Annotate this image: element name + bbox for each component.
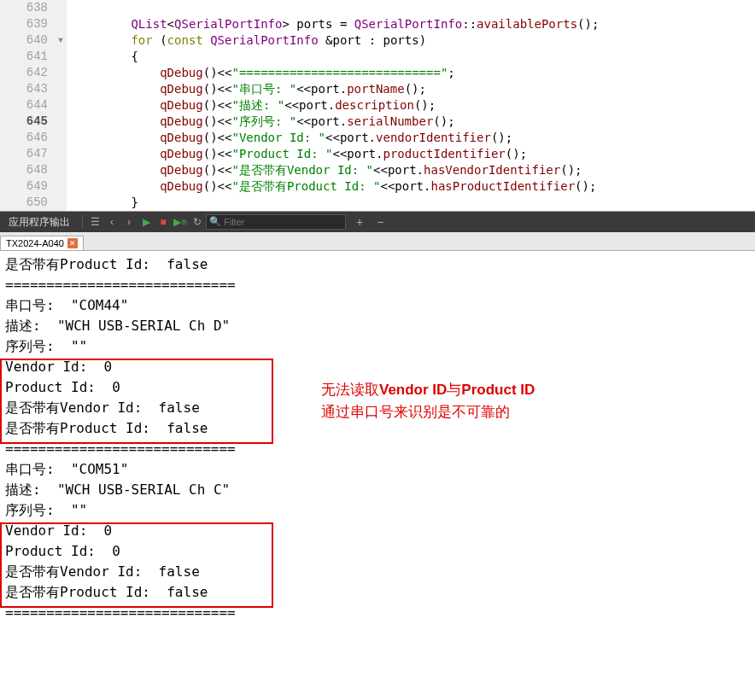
reload-icon[interactable]: ↻ — [189, 213, 206, 230]
code-text: for (const QSerialPortInfo &port : ports… — [67, 32, 426, 49]
fold-marker[interactable]: ▾ — [55, 32, 67, 49]
code-line[interactable]: 639 QList<QSerialPortInfo> ports = QSeri… — [0, 16, 755, 32]
filter-wrap: 🔍 — [206, 214, 346, 230]
line-number: 642 — [0, 65, 55, 81]
output-line: 描述: "WCH USB-SERIAL Ch C" — [5, 480, 750, 500]
fold-marker — [55, 130, 67, 146]
output-toolbar: 应用程序输出 ☰ ‹ › ▶ ■ ▶⚙ ↻ 🔍 + − — [0, 212, 755, 232]
line-number: 641 — [0, 49, 55, 65]
fold-marker — [55, 97, 67, 114]
output-panel[interactable]: 是否带有Product Id: false===================… — [0, 251, 755, 627]
output-line: 是否带有Product Id: false — [5, 254, 750, 275]
output-line: 序列号: "" — [5, 500, 750, 521]
code-line[interactable]: 645 qDebug()<<"序列号: "<<port.serialNumber… — [0, 114, 755, 130]
code-line[interactable]: 641 { — [0, 49, 755, 65]
code-text: } — [67, 195, 138, 211]
output-panel-label: 应用程序输出 — [0, 215, 79, 230]
prev-icon[interactable]: ‹ — [103, 213, 120, 230]
code-text: qDebug()<<"序列号: "<<port.serialNumber(); — [67, 114, 455, 130]
line-number: 649 — [0, 178, 55, 195]
code-text: qDebug()<<"是否带有Product Id: "<<port.hasPr… — [67, 178, 596, 195]
code-line[interactable]: 649 qDebug()<<"是否带有Product Id: "<<port.h… — [0, 178, 755, 195]
line-number: 644 — [0, 97, 55, 114]
output-line: 串口号: "COM44" — [5, 295, 750, 316]
code-editor[interactable]: 638639 QList<QSerialPortInfo> ports = QS… — [0, 0, 755, 212]
code-text: QList<QSerialPortInfo> ports = QSerialPo… — [67, 16, 599, 32]
output-line: ============================ — [5, 603, 750, 623]
code-line[interactable]: 646 qDebug()<<"Vendor Id: "<<port.vendor… — [0, 130, 755, 146]
fold-marker — [55, 0, 67, 16]
code-line[interactable]: 647 qDebug()<<"Product Id: "<<port.produ… — [0, 146, 755, 162]
output-line: Product Id: 0 — [5, 541, 750, 562]
code-text — [67, 0, 73, 16]
code-line[interactable]: 648 qDebug()<<"是否带有Vendor Id: "<<port.ha… — [0, 162, 755, 178]
line-number: 640 — [0, 32, 55, 49]
run-icon[interactable]: ▶ — [138, 213, 155, 230]
next-icon[interactable]: › — [120, 213, 138, 230]
output-tab[interactable]: TX2024-A040 ✕ — [0, 236, 84, 250]
code-line[interactable]: 643 qDebug()<<"串口号: "<<port.portName(); — [0, 81, 755, 97]
tab-title: TX2024-A040 — [6, 238, 64, 248]
stop-icon[interactable]: ■ — [155, 213, 172, 230]
line-number: 639 — [0, 16, 55, 32]
code-line[interactable]: 642 qDebug()<<"=========================… — [0, 65, 755, 81]
code-text: qDebug()<<"是否带有Vendor Id: "<<port.hasVen… — [67, 162, 582, 178]
code-line[interactable]: 640▾ for (const QSerialPortInfo &port : … — [0, 32, 755, 49]
fold-marker — [55, 114, 67, 130]
filter-input[interactable] — [206, 214, 346, 230]
code-line[interactable]: 650 } — [0, 195, 755, 211]
zoom-in-button[interactable]: + — [353, 215, 366, 229]
annotation-text: 无法读取Vendor ID与Product ID 通过串口号来识别是不可靠的 — [321, 379, 535, 423]
fold-marker — [55, 16, 67, 32]
separator — [82, 215, 83, 229]
run-settings-icon[interactable]: ▶⚙ — [172, 213, 189, 230]
output-line: 序列号: "" — [5, 336, 750, 357]
search-icon: 🔍 — [209, 216, 221, 227]
code-text: qDebug()<<"串口号: "<<port.portName(); — [67, 81, 426, 97]
code-line[interactable]: 638 — [0, 0, 755, 16]
line-number: 648 — [0, 162, 55, 178]
output-line: Vendor Id: 0 — [5, 521, 750, 541]
code-line[interactable]: 644 qDebug()<<"描述: "<<port.description()… — [0, 97, 755, 114]
code-text: qDebug()<<"描述: "<<port.description(); — [67, 97, 436, 114]
fold-marker — [55, 162, 67, 178]
output-line: 描述: "WCH USB-SERIAL Ch D" — [5, 316, 750, 336]
line-number: 650 — [0, 195, 55, 211]
output-line: ============================ — [5, 439, 750, 459]
output-line: Vendor Id: 0 — [5, 357, 750, 377]
close-icon[interactable]: ✕ — [67, 238, 78, 248]
fold-marker — [55, 146, 67, 162]
line-number: 638 — [0, 0, 55, 16]
line-number: 643 — [0, 81, 55, 97]
code-text: { — [67, 49, 138, 65]
zoom-out-button[interactable]: − — [373, 215, 387, 229]
fold-marker — [55, 65, 67, 81]
output-line: 是否带有Product Id: false — [5, 582, 750, 603]
output-line: 是否带有Vendor Id: false — [5, 562, 750, 582]
code-text: qDebug()<<"Vendor Id: "<<port.vendorIden… — [67, 130, 512, 146]
fold-marker — [55, 49, 67, 65]
tree-icon[interactable]: ☰ — [86, 213, 103, 230]
line-number: 646 — [0, 130, 55, 146]
fold-marker — [55, 81, 67, 97]
output-line: 串口号: "COM51" — [5, 459, 750, 480]
line-number: 647 — [0, 146, 55, 162]
output-line: ============================ — [5, 275, 750, 295]
output-tab-bar: TX2024-A040 ✕ — [0, 232, 755, 251]
fold-marker — [55, 178, 67, 195]
fold-marker — [55, 195, 67, 211]
line-number: 645 — [0, 114, 55, 130]
code-text: qDebug()<<"Product Id: "<<port.productId… — [67, 146, 527, 162]
code-text: qDebug()<<"============================"… — [67, 65, 455, 81]
